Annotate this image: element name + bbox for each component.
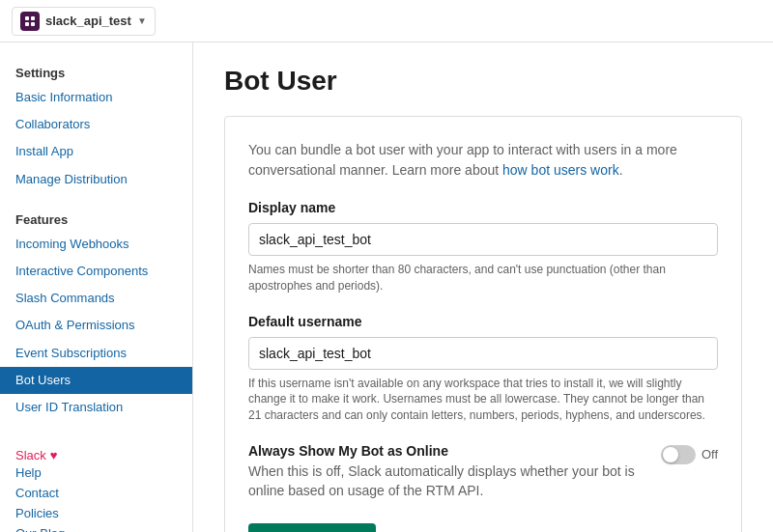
footer-help-link[interactable]: Help: [15, 462, 177, 483]
app-selector[interactable]: slack_api_test ▼: [12, 7, 156, 36]
chevron-down-icon: ▼: [137, 15, 147, 26]
features-section-title: Features: [0, 205, 192, 231]
default-username-input[interactable]: [248, 337, 718, 370]
top-bar: slack_api_test ▼: [0, 0, 773, 42]
sidebar-divider: [0, 193, 192, 205]
always-online-row: Always Show My Bot as Online When this i…: [248, 443, 718, 500]
display-name-hint: Names must be shorter than 80 characters…: [248, 262, 718, 294]
sidebar-item-install-app[interactable]: Install App: [0, 138, 192, 165]
display-name-label: Display name: [248, 200, 718, 215]
always-online-desc: When this is off, Slack automatically di…: [248, 462, 645, 500]
svg-rect-0: [25, 16, 29, 20]
sidebar-footer: Slack ♥ Help Contact Policies Our Blog: [0, 436, 192, 532]
add-bot-user-button[interactable]: Add Bot User: [248, 523, 376, 532]
sidebar-item-basic-information[interactable]: Basic Information: [0, 84, 192, 111]
sidebar-item-bot-users[interactable]: Bot Users: [0, 367, 192, 394]
sidebar: Settings Basic Information Collaborators…: [0, 42, 193, 532]
intro-link[interactable]: how bot users work: [502, 162, 619, 178]
slack-footer-brand[interactable]: Slack ♥: [15, 448, 177, 462]
default-username-label: Default username: [248, 314, 718, 329]
default-username-field-group: Default username If this username isn't …: [248, 314, 718, 424]
sidebar-item-event-subscriptions[interactable]: Event Subscriptions: [0, 340, 192, 367]
toggle-state-label: Off: [701, 447, 718, 462]
bot-user-card: You can bundle a bot user with your app …: [224, 116, 742, 532]
sidebar-item-collaborators[interactable]: Collaborators: [0, 111, 192, 138]
slack-label: Slack: [15, 448, 46, 462]
sidebar-item-slash-commands[interactable]: Slash Commands: [0, 285, 192, 312]
toggle-knob: [663, 447, 678, 462]
svg-rect-3: [31, 22, 35, 26]
display-name-field-group: Display name Names must be shorter than …: [248, 200, 718, 294]
layout: Settings Basic Information Collaborators…: [0, 42, 773, 532]
sidebar-item-interactive-components[interactable]: Interactive Components: [0, 258, 192, 285]
main-content: Bot User You can bundle a bot user with …: [193, 42, 773, 532]
footer-contact-link[interactable]: Contact: [15, 483, 177, 503]
settings-section-title: Settings: [0, 58, 192, 84]
svg-rect-1: [31, 16, 35, 20]
app-icon: [20, 12, 40, 31]
sidebar-item-oauth-permissions[interactable]: OAuth & Permissions: [0, 312, 192, 339]
display-name-input[interactable]: [248, 223, 718, 256]
sidebar-item-incoming-webhooks[interactable]: Incoming Webhooks: [0, 231, 192, 258]
always-online-label: Always Show My Bot as Online: [248, 443, 645, 459]
toggle-control[interactable]: Off: [661, 445, 718, 464]
always-online-toggle[interactable]: [661, 445, 696, 464]
svg-rect-2: [25, 22, 29, 26]
sidebar-item-user-id-translation[interactable]: User ID Translation: [0, 394, 192, 421]
app-name: slack_api_test: [45, 14, 131, 28]
heart-icon: ♥: [50, 448, 58, 462]
intro-paragraph: You can bundle a bot user with your app …: [248, 140, 718, 181]
default-username-hint: If this username isn't available on any …: [248, 376, 718, 424]
always-online-label-group: Always Show My Bot as Online When this i…: [248, 443, 661, 500]
footer-blog-link[interactable]: Our Blog: [15, 523, 177, 532]
page-title: Bot User: [224, 66, 742, 97]
footer-policies-link[interactable]: Policies: [15, 503, 177, 523]
sidebar-item-manage-distribution[interactable]: Manage Distribution: [0, 166, 192, 193]
